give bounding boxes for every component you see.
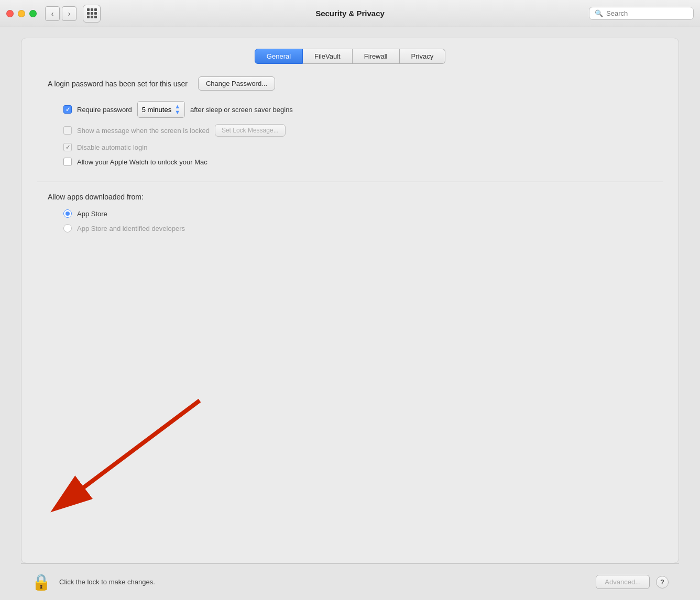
main-content: General FileVault Firewall Privacy A log… bbox=[0, 27, 700, 600]
dropdown-value: 5 minutes bbox=[142, 106, 171, 114]
titlebar: ‹ › Security & Privacy 🔍 bbox=[0, 0, 700, 27]
minimize-button[interactable] bbox=[18, 10, 25, 17]
close-button[interactable] bbox=[6, 10, 14, 17]
set-lock-message-button[interactable]: Set Lock Message... bbox=[215, 124, 286, 137]
change-password-button[interactable]: Change Password... bbox=[198, 76, 275, 91]
bottom-bar: 🔒 Click the lock to make changes. Advanc… bbox=[21, 563, 679, 600]
show-lock-message-label: Show a message when the screen is locked bbox=[77, 127, 210, 135]
apple-watch-label: Allow your Apple Watch to unlock your Ma… bbox=[77, 158, 207, 166]
lock-text: Click the lock to make changes. bbox=[59, 578, 589, 586]
disable-auto-login-label: Disable automatic login bbox=[77, 143, 147, 151]
tab-general[interactable]: General bbox=[255, 49, 303, 64]
radio-app-store-identified-label: App Store and identified developers bbox=[77, 225, 185, 232]
show-lock-message-checkbox[interactable] bbox=[63, 126, 72, 135]
lock-icon[interactable]: 🔒 bbox=[31, 573, 51, 591]
search-bar[interactable]: 🔍 bbox=[589, 7, 694, 20]
grid-button[interactable] bbox=[83, 5, 101, 23]
tab-filevault[interactable]: FileVault bbox=[303, 49, 353, 64]
allow-apps-section: Allow apps downloaded from: App Store Ap… bbox=[37, 193, 663, 232]
traffic-lights bbox=[6, 10, 37, 17]
require-password-checkbox[interactable] bbox=[63, 105, 72, 114]
password-time-dropdown[interactable]: 5 minutes ▲ ▼ bbox=[137, 101, 185, 118]
maximize-button[interactable] bbox=[29, 10, 37, 17]
radio-app-store[interactable] bbox=[63, 209, 72, 218]
radio-group: App Store App Store and identified devel… bbox=[48, 209, 652, 232]
after-sleep-label: after sleep or screen saver begins bbox=[190, 106, 293, 114]
grid-icon bbox=[87, 8, 97, 18]
require-password-row: Require password 5 minutes ▲ ▼ after sle… bbox=[63, 101, 652, 118]
apple-watch-checkbox[interactable] bbox=[63, 158, 72, 166]
disable-auto-login-checkbox[interactable] bbox=[63, 143, 72, 151]
svg-line-1 bbox=[74, 401, 200, 495]
radio-app-store-label: App Store bbox=[77, 210, 107, 218]
search-icon: 🔍 bbox=[595, 9, 603, 17]
tab-bar: General FileVault Firewall Privacy bbox=[37, 49, 663, 64]
window-title: Security & Privacy bbox=[315, 9, 385, 18]
tab-firewall[interactable]: Firewall bbox=[353, 49, 400, 64]
show-lock-message-row: Show a message when the screen is locked… bbox=[63, 124, 652, 137]
settings-panel: General FileVault Firewall Privacy A log… bbox=[21, 38, 679, 563]
login-password-row: A login password has been set for this u… bbox=[48, 76, 652, 91]
back-button[interactable]: ‹ bbox=[45, 6, 60, 21]
annotation-arrow bbox=[32, 390, 221, 521]
chevron-up-down-icon: ▲ ▼ bbox=[174, 104, 180, 115]
help-button[interactable]: ? bbox=[656, 576, 669, 588]
allow-apps-title: Allow apps downloaded from: bbox=[48, 193, 652, 201]
nav-buttons: ‹ › bbox=[45, 6, 76, 21]
apple-watch-row: Allow your Apple Watch to unlock your Ma… bbox=[63, 158, 652, 166]
login-password-text: A login password has been set for this u… bbox=[48, 80, 188, 88]
forward-button[interactable]: › bbox=[62, 6, 76, 21]
radio-app-store-row: App Store bbox=[63, 209, 652, 218]
radio-app-store-identified[interactable] bbox=[63, 224, 72, 232]
section-divider bbox=[37, 182, 663, 182]
disable-auto-login-row: Disable automatic login bbox=[63, 143, 652, 151]
advanced-button[interactable]: Advanced... bbox=[596, 575, 650, 589]
radio-app-store-identified-row: App Store and identified developers bbox=[63, 224, 652, 232]
options-group: Require password 5 minutes ▲ ▼ after sle… bbox=[48, 101, 652, 166]
general-section: A login password has been set for this u… bbox=[37, 76, 663, 166]
tab-privacy[interactable]: Privacy bbox=[400, 49, 446, 64]
require-password-label: Require password bbox=[77, 106, 132, 114]
search-input[interactable] bbox=[606, 9, 688, 17]
